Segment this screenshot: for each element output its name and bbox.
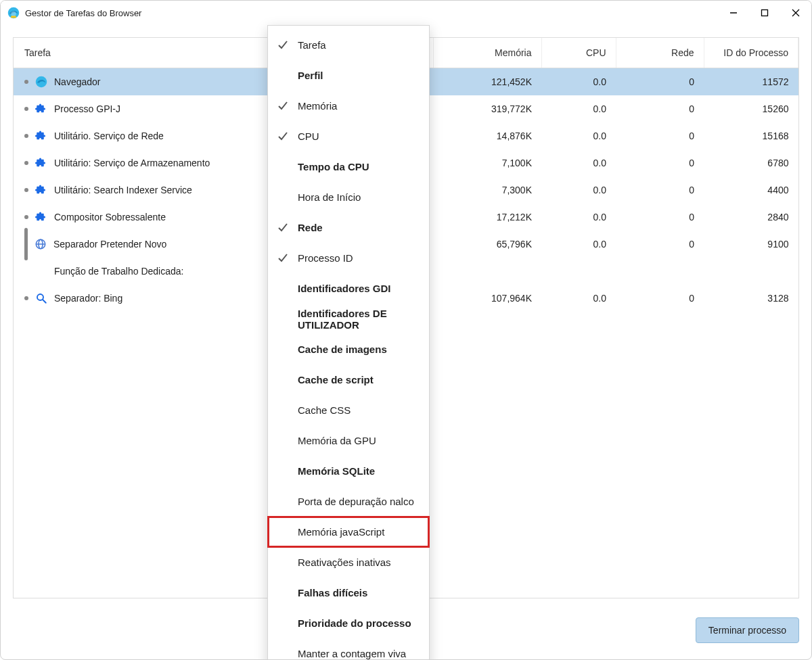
cell-net: 0 bbox=[616, 149, 704, 176]
close-button[interactable] bbox=[780, 1, 811, 25]
context-menu-item[interactable]: Tarefa bbox=[268, 30, 429, 60]
context-menu-item[interactable]: Identificadores GDI bbox=[268, 273, 429, 304]
context-menu-label: Memória da GPU bbox=[298, 435, 376, 446]
cell-pid bbox=[704, 258, 798, 285]
context-menu-item[interactable]: Tempo da CPU bbox=[268, 151, 429, 182]
context-menu-item[interactable]: Prioridade do processo bbox=[268, 608, 429, 638]
task-name-label: Separador: Bing bbox=[54, 293, 122, 304]
context-menu-item[interactable]: Identificadores DE UTILIZADOR bbox=[268, 304, 429, 334]
context-menu-label: Tarefa bbox=[298, 39, 326, 51]
task-name-label: Utilitário: Serviço de Armazenamento bbox=[54, 158, 210, 168]
check-icon bbox=[277, 222, 288, 233]
context-menu-item[interactable]: Memória da GPU bbox=[268, 425, 429, 456]
check-icon bbox=[277, 253, 288, 264]
edge-icon bbox=[35, 76, 47, 88]
cell-net: 0 bbox=[616, 204, 704, 231]
context-menu-item[interactable]: Cache de imagens bbox=[268, 334, 429, 364]
cell-memory: 121,452K bbox=[433, 68, 541, 95]
context-menu-label: Perfil bbox=[298, 70, 323, 81]
puzzle-icon bbox=[35, 103, 47, 115]
cell-pid: 6780 bbox=[704, 149, 798, 176]
cell-pid: 3128 bbox=[704, 285, 798, 312]
globe-icon bbox=[35, 238, 47, 250]
context-menu-item[interactable]: Processo ID bbox=[268, 243, 429, 273]
cell-memory: 17,212K bbox=[433, 204, 541, 231]
check-icon bbox=[277, 131, 288, 142]
none-icon bbox=[35, 265, 47, 277]
context-menu-item[interactable]: Perfil bbox=[268, 60, 429, 91]
svg-point-1 bbox=[11, 11, 16, 17]
context-menu-label: Cache de imagens bbox=[298, 344, 387, 355]
cell-net: 0 bbox=[616, 231, 704, 258]
context-menu-item[interactable]: Porta de depuração nalco bbox=[268, 486, 429, 517]
context-menu-label: Manter a contagem viva bbox=[298, 648, 406, 659]
context-menu-item[interactable]: Hora de Início bbox=[268, 182, 429, 212]
puzzle-icon bbox=[35, 130, 47, 142]
col-memory[interactable]: Memória bbox=[433, 38, 541, 68]
cell-net: 0 bbox=[616, 122, 704, 149]
task-name-label: Utilitário: Search Indexer Service bbox=[54, 185, 192, 195]
puzzle-icon bbox=[35, 157, 47, 169]
col-pid[interactable]: ID do Processo bbox=[704, 38, 798, 68]
context-menu-item[interactable]: Rede bbox=[268, 212, 429, 243]
col-network[interactable]: Rede bbox=[616, 38, 704, 68]
context-menu-item[interactable]: CPU bbox=[268, 121, 429, 151]
context-menu-item[interactable]: Reativações inativas bbox=[268, 547, 429, 578]
context-menu-label: Identificadores DE UTILIZADOR bbox=[298, 308, 421, 331]
svg-line-12 bbox=[43, 300, 46, 303]
cell-pid: 15168 bbox=[704, 122, 798, 149]
status-dot-icon bbox=[24, 134, 28, 138]
cell-memory bbox=[433, 258, 541, 285]
status-dot-icon bbox=[24, 296, 28, 300]
app-icon bbox=[7, 7, 20, 19]
status-dot-icon bbox=[24, 161, 28, 165]
maximize-button[interactable] bbox=[749, 1, 780, 25]
cell-net: 0 bbox=[616, 68, 704, 95]
cell-cpu: 0.0 bbox=[541, 149, 616, 176]
context-menu-item[interactable]: Cache de script bbox=[268, 364, 429, 395]
cell-memory: 319,772K bbox=[433, 95, 541, 122]
window-title: Gestor de Tarefas do Browser bbox=[25, 8, 718, 18]
cell-pid: 11572 bbox=[704, 68, 798, 95]
context-menu-label: Identificadores GDI bbox=[298, 283, 391, 294]
context-menu-item[interactable]: Falhas difíceis bbox=[268, 578, 429, 608]
cell-cpu: 0.0 bbox=[541, 68, 616, 95]
task-name-label: Utilitário. Serviço de Rede bbox=[54, 131, 164, 141]
task-name-label: Compositor Sobressalente bbox=[54, 212, 166, 222]
cell-pid: 4400 bbox=[704, 176, 798, 204]
cell-cpu: 0.0 bbox=[541, 204, 616, 231]
status-dot-icon bbox=[24, 80, 28, 84]
context-menu-item[interactable]: Memória bbox=[268, 91, 429, 121]
context-menu-item[interactable]: Memória SQLite bbox=[268, 456, 429, 486]
context-menu-label: CPU bbox=[298, 131, 319, 142]
svg-rect-4 bbox=[762, 10, 768, 16]
cell-net: 0 bbox=[616, 176, 704, 204]
column-context-menu[interactable]: TarefaPerfilMemóriaCPUTempo da CPUHora d… bbox=[267, 25, 430, 660]
minimize-button[interactable] bbox=[718, 1, 749, 25]
status-dot-icon bbox=[24, 107, 28, 111]
cell-cpu: 0.0 bbox=[541, 176, 616, 204]
col-cpu[interactable]: CPU bbox=[541, 38, 616, 68]
context-menu-label: Hora de Início bbox=[298, 191, 361, 203]
end-process-button[interactable]: Terminar processo bbox=[696, 617, 799, 643]
context-menu-label: Processo ID bbox=[298, 252, 353, 264]
cell-memory: 7,300K bbox=[433, 176, 541, 204]
context-menu-label: Memória SQLite bbox=[298, 465, 375, 477]
svg-point-7 bbox=[36, 76, 47, 87]
context-menu-label: Porta de depuração nalco bbox=[298, 496, 414, 507]
context-menu-label: Tempo da CPU bbox=[298, 161, 369, 172]
cell-pid: 9100 bbox=[704, 231, 798, 258]
context-menu-item[interactable]: Cache CSS bbox=[268, 395, 429, 425]
status-dot-icon bbox=[24, 215, 28, 219]
check-icon bbox=[277, 101, 288, 112]
task-name-label: Separador Pretender Novo bbox=[53, 239, 166, 250]
context-menu-label: Prioridade do processo bbox=[298, 617, 411, 629]
context-menu-item[interactable]: Memória javaScript bbox=[268, 517, 429, 547]
footer: Terminar processo bbox=[696, 617, 799, 643]
cell-memory: 65,796K bbox=[433, 231, 541, 258]
svg-rect-2 bbox=[11, 16, 16, 18]
status-dot-icon bbox=[24, 188, 28, 192]
context-menu-item[interactable]: Manter a contagem viva bbox=[268, 638, 429, 660]
context-menu-label: Rede bbox=[298, 222, 323, 233]
search-icon bbox=[35, 292, 47, 304]
